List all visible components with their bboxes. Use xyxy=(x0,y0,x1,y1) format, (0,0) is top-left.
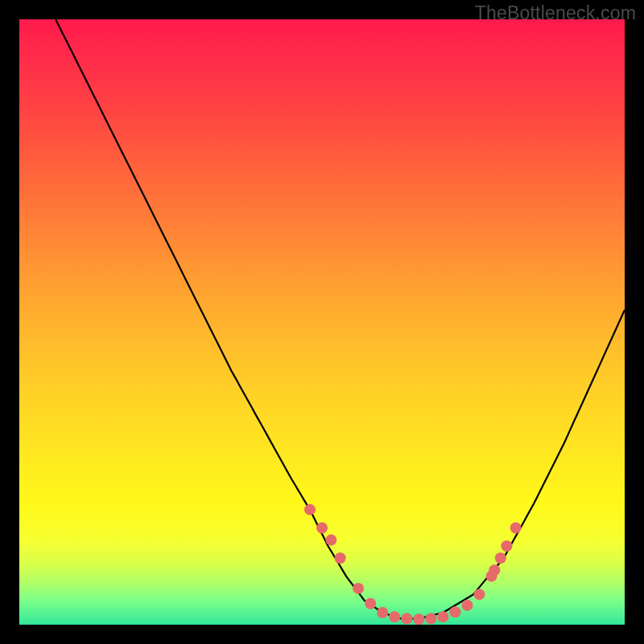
highlight-dot xyxy=(413,613,424,625)
highlight-dot xyxy=(474,588,485,600)
highlight-dots xyxy=(304,504,522,625)
highlight-dot xyxy=(325,535,336,546)
watermark-text: TheBottleneck.com xyxy=(475,2,636,24)
highlight-dot xyxy=(489,564,500,576)
highlight-dot xyxy=(501,540,512,551)
highlight-dot xyxy=(335,552,346,564)
highlight-dot xyxy=(495,552,506,564)
bottleneck-curve xyxy=(56,19,625,619)
highlight-dot xyxy=(510,522,522,534)
highlight-dot xyxy=(316,522,328,534)
highlight-dot xyxy=(425,613,436,625)
highlight-dot xyxy=(462,600,473,611)
chart-frame: TheBottleneck.com xyxy=(0,0,644,644)
plot-area xyxy=(19,19,625,625)
highlight-dot xyxy=(449,606,460,617)
highlight-dot xyxy=(365,598,376,609)
highlight-dot xyxy=(353,583,364,594)
highlight-dot xyxy=(401,613,412,625)
highlight-dot xyxy=(304,504,316,515)
highlight-dot xyxy=(437,611,448,622)
highlight-dot xyxy=(389,611,400,622)
highlight-dot xyxy=(377,607,388,618)
chart-overlay xyxy=(19,19,625,625)
